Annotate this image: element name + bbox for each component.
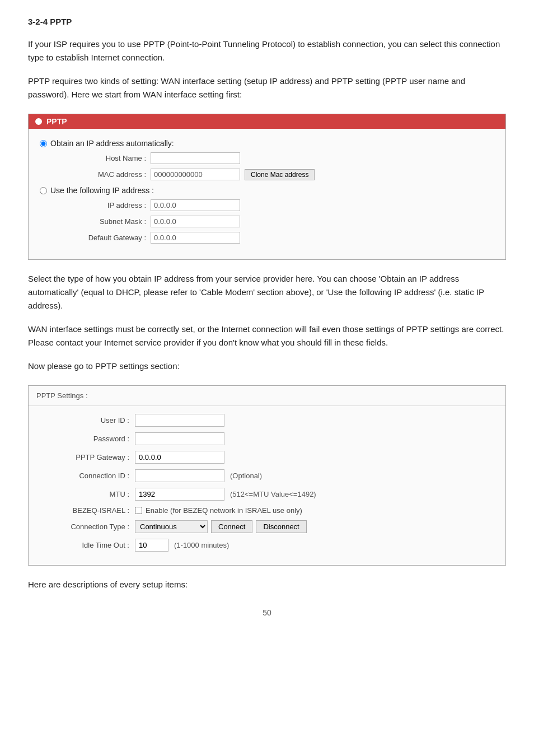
pptp-wan-header-label: PPTP [46,117,67,126]
radio-static-ip-input[interactable] [40,187,47,194]
mtu-label: MTU : [40,490,129,498]
disconnect-button[interactable]: Disconnect [256,520,306,533]
radio-static-ip: Use the following IP address : [40,186,494,195]
conn-id-note: (Optional) [230,472,262,480]
bezeq-checkbox-group: Enable (for BEZEQ network in ISRAEL use … [135,506,302,515]
mac-row: MAC address : Clone Mac address [40,169,494,180]
mtu-note: (512<=MTU Value<=1492) [230,490,316,498]
subnet-row: Subnet Mask : [40,216,494,227]
conn-type-label: Connection Type : [40,522,129,531]
gateway-row: Default Gateway : [40,232,494,244]
bezeq-label: BEZEQ-ISRAEL : [40,506,129,515]
pptp-wan-header: PPTP [29,114,505,129]
ip-input[interactable] [151,199,240,211]
clone-mac-button[interactable]: Clone Mac address [245,169,315,180]
radio-static-ip-label: Use the following IP address : [50,186,154,195]
mtu-input[interactable] [135,488,224,501]
radio-obtain-auto-input[interactable] [40,140,47,147]
para4: WAN interface settings must be correctly… [28,323,506,349]
ip-row: IP address : [40,199,494,211]
conn-id-row: Connection ID : (Optional) [40,469,494,482]
conn-id-input[interactable] [135,469,224,482]
bezeq-checkbox-label: Enable (for BEZEQ network in ISRAEL use … [146,506,302,515]
mac-label: MAC address : [57,170,146,179]
userid-label: User ID : [40,416,129,424]
hostname-label: Host Name : [57,154,146,162]
idle-timeout-label: Idle Time Out : [40,541,129,549]
pptp-gateway-label: PPTP Gateway : [40,453,129,461]
intro-para2: PPTP requires two kinds of setting: WAN … [28,74,506,101]
header-dot [35,118,42,125]
pptp-gateway-row: PPTP Gateway : [40,451,494,464]
conn-id-label: Connection ID : [40,472,129,480]
bezeq-checkbox[interactable] [135,507,142,514]
password-input[interactable] [135,432,224,445]
radio-obtain-auto-label: Obtain an IP address automatically: [50,139,174,148]
hostname-input[interactable] [151,152,240,164]
pptp-settings-header-label: PPTP Settings : [36,391,88,400]
password-row: Password : [40,432,494,445]
pptp-settings-header: PPTP Settings : [29,386,505,406]
subnet-label: Subnet Mask : [57,217,146,226]
mac-input[interactable] [151,169,240,180]
userid-input[interactable] [135,414,224,427]
intro-para1: If your ISP requires you to use PPTP (Po… [28,38,506,64]
pptp-wan-panel: PPTP Obtain an IP address automatically:… [28,114,506,260]
mtu-row: MTU : (512<=MTU Value<=1492) [40,488,494,501]
connect-button[interactable]: Connect [211,520,252,533]
idle-timeout-note: (1-1000 minutes) [174,541,229,549]
userid-row: User ID : [40,414,494,427]
idle-timeout-input[interactable] [135,539,168,552]
gateway-label: Default Gateway : [57,234,146,242]
hostname-row: Host Name : [40,152,494,164]
pptp-gateway-input[interactable] [135,451,224,464]
radio-obtain-auto: Obtain an IP address automatically: [40,139,494,148]
section-title: 3-2-4 PPTP [28,17,506,26]
bezeq-row: BEZEQ-ISRAEL : Enable (for BEZEQ network… [40,506,494,515]
conn-type-select[interactable]: Continuous Connect on Demand Manual [135,520,208,533]
page-number: 50 [263,608,271,617]
pptp-settings-panel: PPTP Settings : User ID : Password : PPT… [28,385,506,566]
page-footer: 50 [28,608,506,617]
password-label: Password : [40,435,129,443]
para3: Select the type of how you obtain IP add… [28,272,506,312]
conn-type-row: Connection Type : Continuous Connect on … [40,520,494,533]
para6: Here are descriptions of every setup ite… [28,578,506,591]
ip-label: IP address : [57,201,146,209]
para5: Now please go to PPTP settings section: [28,360,506,373]
subnet-input[interactable] [151,216,240,227]
idle-timeout-row: Idle Time Out : (1-1000 minutes) [40,539,494,552]
gateway-input[interactable] [151,232,240,244]
